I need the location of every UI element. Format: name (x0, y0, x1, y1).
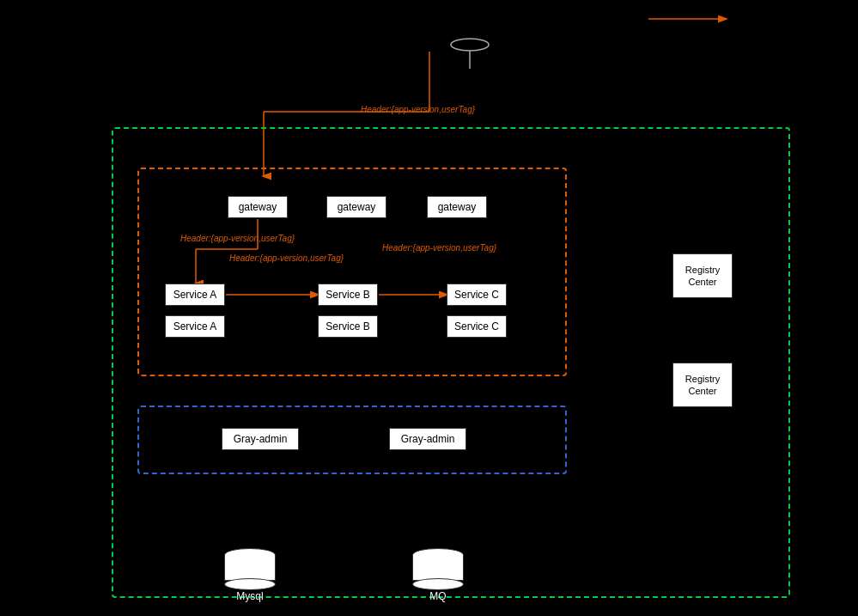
service-b-bottom: Service B (318, 315, 378, 338)
mq-db: MQ (412, 548, 464, 602)
diagram-container: Header:{app-version,userTag} Header:{app… (0, 0, 858, 616)
svg-point-9 (451, 39, 489, 51)
header-label-right: Header:{app-version,userTag} (382, 243, 496, 253)
service-c-bottom: Service C (447, 315, 507, 338)
header-label-top: Header:{app-version,userTag} (361, 105, 475, 114)
gateway-a: gateway (228, 196, 288, 218)
registry-center-1: Registry Center (672, 253, 733, 298)
header-label-left2: Header:{app-version,userTag} (229, 253, 344, 263)
gray-admin-1: Gray-admin (222, 428, 299, 450)
mysql-db: Mysql (224, 548, 276, 602)
mysql-label: Mysql (236, 590, 263, 602)
service-b-top: Service B (318, 284, 378, 306)
gateway-c: gateway (427, 196, 487, 218)
header-label-left: Header:{app-version,userTag} (180, 234, 295, 243)
registry-center-2: Registry Center (672, 363, 733, 407)
service-a-bottom: Service A (165, 315, 225, 338)
gray-admin-2: Gray-admin (389, 428, 466, 450)
mq-label: MQ (429, 590, 446, 602)
inner-blue-box (137, 406, 567, 474)
gateway-b: gateway (326, 196, 386, 218)
service-c-top: Service C (447, 284, 507, 306)
service-a-top: Service A (165, 284, 225, 306)
